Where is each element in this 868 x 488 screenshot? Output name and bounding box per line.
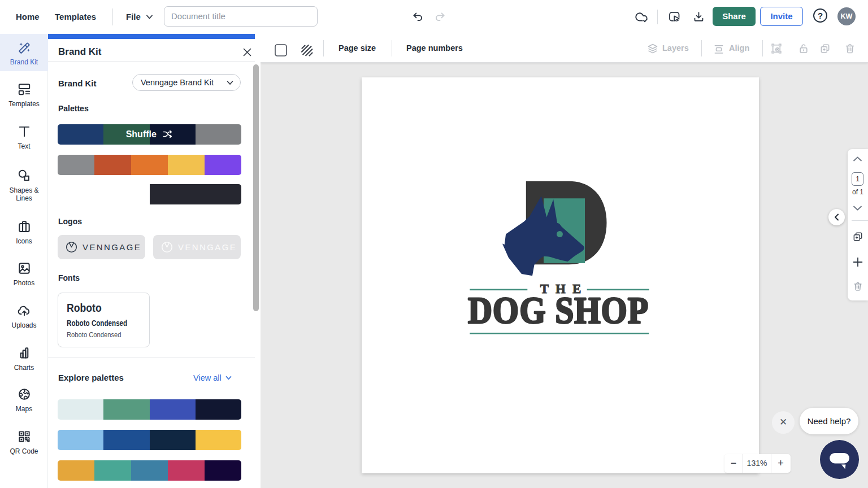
svg-text:DOG SHOP: DOG SHOP [468,289,649,332]
